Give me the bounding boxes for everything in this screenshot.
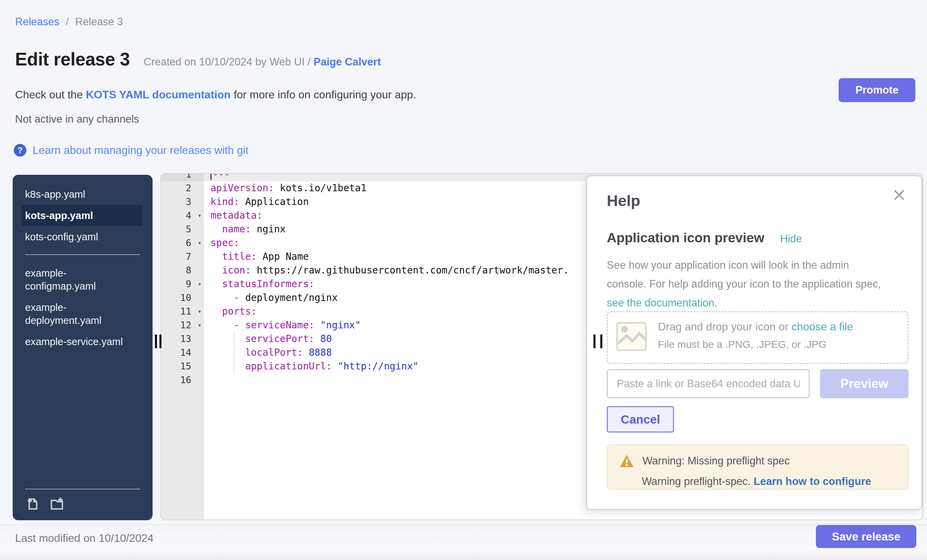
file-name: kots-app.yaml (25, 209, 93, 222)
warning-title: Warning: Missing preflight spec (643, 455, 790, 467)
cancel-button[interactable]: Cancel (607, 406, 674, 433)
add-folder-icon[interactable] (50, 496, 64, 511)
choose-file-link[interactable]: choose a file (792, 320, 853, 333)
file-name: k8s-app.yaml (25, 188, 85, 201)
kots-yaml-doc-link[interactable]: KOTS YAML documentation (86, 88, 231, 101)
chevron-down-icon[interactable]: ▾ (198, 208, 202, 222)
indent-guide (234, 346, 234, 360)
line-number: 8 (161, 264, 204, 277)
breadcrumb-current: Release 3 (75, 16, 123, 28)
file-tree-item[interactable]: example-configmap.yaml (13, 263, 153, 297)
git-help-row[interactable]: ? Learn about managing your releases wit… (14, 144, 249, 156)
editor-help-drag-handle[interactable] (593, 334, 596, 348)
file-tree-item[interactable]: example-service.yaml (13, 331, 153, 352)
warning-body: Warning preflight-spec. Learn how to con… (642, 475, 908, 488)
line-number: 2 (161, 181, 204, 195)
line-number: 9▾ (161, 277, 204, 291)
line-number: 12▾ (161, 319, 204, 332)
file-name: example-service.yaml (25, 335, 123, 348)
page-title: Edit release 3 (15, 49, 130, 70)
icon-preview-description: See how your application icon will look … (607, 256, 881, 312)
footer-bar: Last modified on 10/10/2024 (0, 524, 927, 560)
file-tree-item[interactable]: k8s-app.yaml (13, 184, 153, 205)
tree-editor-drag-handle[interactable] (155, 334, 157, 348)
preview-button[interactable]: Preview (820, 369, 909, 398)
chevron-down-icon[interactable]: ▾ (198, 318, 202, 332)
image-placeholder-icon (616, 322, 647, 351)
preflight-warning: Warning: Missing preflight spec Warning … (607, 445, 909, 490)
file-tree-item[interactable]: example-deployment.yaml (13, 297, 153, 331)
line-number: 1 (161, 173, 204, 181)
line-number: 5 (161, 222, 204, 236)
created-author-link[interactable]: Paige Calvert (314, 56, 381, 68)
doc-hint: Check out the KOTS YAML documentation fo… (15, 88, 416, 101)
breadcrumb: Releases / Release 3 (15, 16, 123, 28)
indent-guide (234, 360, 234, 373)
chevron-down-icon[interactable]: ▾ (198, 304, 202, 318)
hide-link[interactable]: Hide (780, 233, 802, 245)
editor-help-drag-handle[interactable] (600, 334, 602, 348)
file-name: example-configmap.yaml (25, 267, 128, 293)
file-name: example-deployment.yaml (25, 301, 128, 327)
line-number: 15 (161, 360, 204, 373)
line-number: 10 (161, 291, 204, 305)
file-tree-item[interactable]: kots-config.yaml (13, 226, 153, 247)
channel-status: Not active in any channels (15, 113, 139, 126)
file-tree-item[interactable]: kots-app.yaml (21, 205, 142, 226)
add-file-icon[interactable] (25, 496, 40, 511)
tree-editor-drag-handle[interactable] (160, 334, 161, 348)
line-number: 13 (161, 332, 204, 346)
line-number: 16 (161, 373, 204, 387)
file-tree-footer (25, 489, 140, 520)
chevron-down-icon[interactable]: ▾ (198, 277, 202, 291)
dropzone-text: Drag and drop your icon or choose a file (658, 320, 853, 333)
dropzone-filetypes: File must be a .PNG, .JPEG, or .JPG (658, 338, 853, 350)
release-editor-page: Releases / Release 3 Edit release 3 Crea… (0, 0, 927, 560)
line-number: 14 (161, 346, 204, 360)
line-number: 7 (161, 250, 204, 264)
icon-dropzone[interactable]: Drag and drop your icon or choose a file… (607, 311, 909, 364)
line-number: 6▾ (161, 236, 204, 250)
help-title: Help (607, 192, 640, 210)
promote-button[interactable]: Promote (839, 78, 915, 102)
save-release-button[interactable]: Save release (816, 525, 916, 548)
chevron-down-icon[interactable]: ▾ (198, 236, 202, 249)
learn-configure-link[interactable]: Learn how to configure (754, 475, 871, 487)
icon-preview-title: Application icon preview (607, 230, 764, 245)
close-icon[interactable] (892, 188, 906, 202)
file-tree-list: k8s-app.yamlkots-app.yamlkots-config.yam… (13, 175, 153, 352)
git-help-link[interactable]: Learn about managing your releases with … (33, 144, 249, 156)
line-number: 4▾ (161, 209, 204, 222)
see-documentation-link[interactable]: see the documentation (607, 297, 714, 309)
line-number: 11▾ (161, 305, 204, 319)
indent-guide (234, 332, 234, 346)
line-number: 3 (161, 195, 204, 209)
file-name: kots-config.yaml (25, 230, 98, 243)
last-modified: Last modified on 10/10/2024 (15, 532, 153, 545)
question-icon: ? (14, 144, 26, 156)
breadcrumb-separator: / (66, 16, 69, 28)
breadcrumb-releases-link[interactable]: Releases (15, 16, 59, 28)
icon-url-input[interactable] (607, 369, 810, 398)
file-tree-sidebar: k8s-app.yamlkots-app.yamlkots-config.yam… (13, 175, 153, 520)
created-info: Created on 10/10/2024 by Web UI / Paige … (144, 56, 381, 68)
help-panel: Help Application icon preview Hide See h… (586, 176, 922, 510)
tree-divider (25, 254, 140, 255)
text-cursor (211, 173, 211, 180)
warning-icon (619, 454, 634, 468)
